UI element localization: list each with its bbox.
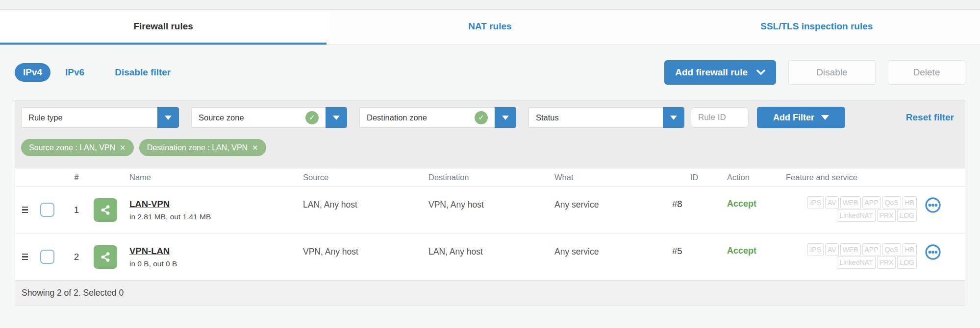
triangle-down-icon [502,116,509,120]
header-source: Source [303,173,428,182]
feature-badge: IPS [807,196,824,209]
check-circle-icon: ✓ [305,111,319,124]
add-filter-label: Add Filter [773,113,814,123]
table-row: 2 VPN-LAN in 0 B, out 0 B [15,234,965,281]
status-dropdown[interactable]: Status [528,107,684,128]
filter-chip-label: Destination zone : LAN, VPN [147,143,248,152]
header-what: What [554,173,672,182]
header-destination: Destination [428,173,554,182]
ipv6-toggle[interactable]: IPv6 [65,67,84,78]
chip-close-icon[interactable]: ✕ [252,143,258,152]
feature-badge: PRX [877,209,896,222]
tab-ssl-tls-inspection-rules[interactable]: SSL/TLS inspection rules [653,10,980,45]
feature-badge: APP [862,196,881,209]
feature-badge: PRX [877,256,896,269]
feature-badge: LOG [897,256,917,269]
tab-label: Firewall rules [133,21,193,32]
rule-type-dropdown-label: Rule type [28,113,151,122]
rule-id: #8 [672,187,716,233]
rule-id-input[interactable] [691,107,749,128]
firewall-rules-table: # Name Source Destination What ID Action… [15,168,965,305]
add-filter-button[interactable]: Add Filter [757,107,845,128]
row-checkbox[interactable] [40,203,54,217]
triangle-down-icon [821,115,829,120]
row-number: 2 [59,234,94,280]
feature-badges: IPSAVWEBAPPQoSHB LinkedNATPRXLOG [806,243,917,269]
row-menu-ellipsis-icon[interactable] [925,197,941,213]
share-rule-icon[interactable] [94,245,117,269]
feature-badge: LOG [897,209,917,222]
feature-badge: AV [825,196,839,209]
tab-nat-rules[interactable]: NAT rules [327,10,653,45]
rule-traffic: in 2.81 MB, out 1.41 MB [129,212,211,221]
filter-row: Rule type Source zone ✓ Destination zone… [15,100,965,128]
feature-badge: QoS [882,243,901,256]
check-circle-icon: ✓ [475,111,488,124]
chevron-down-icon [756,70,765,75]
rule-name-link[interactable]: LAN-VPN [129,199,211,210]
tab-firewall-rules[interactable]: Firewall rules [0,10,327,45]
header-name: Name [94,173,303,182]
share-rule-icon[interactable] [94,198,117,222]
page-top-strip [0,0,980,10]
drag-handle[interactable] [22,207,28,213]
disable-button[interactable]: Disable [788,60,876,85]
status-dropdown-label: Status [536,113,656,122]
source-zone-dropdown-label: Source zone [199,113,305,122]
filter-chip-label: Source zone : LAN, VPN [29,143,115,152]
reset-filter-link[interactable]: Reset filter [906,112,954,123]
feature-badge: APP [862,243,881,256]
feature-badge: AV [825,243,839,256]
feature-badge: QoS [882,196,901,209]
filter-chip-source-zone[interactable]: Source zone : LAN, VPN ✕ [21,139,134,156]
filter-chip-destination-zone[interactable]: Destination zone : LAN, VPN ✕ [139,139,266,156]
table-footer-status: Showing 2 of 2. Selected 0 [15,281,965,305]
source-zone-dropdown[interactable]: Source zone ✓ [191,107,347,128]
rule-type-dropdown[interactable]: Rule type [21,107,179,128]
rule-destination: VPN, Any host [428,187,554,233]
dropdown-arrow-button[interactable] [157,107,179,128]
destination-zone-dropdown-label: Destination zone [367,113,475,122]
rule-what: Any service [554,234,672,280]
header-feature-and-service: Feature and service [773,173,965,182]
disable-filter-link[interactable]: Disable filter [115,67,171,78]
ipv4-toggle[interactable]: IPv4 [15,63,50,82]
triangle-down-icon [670,116,677,120]
feature-badge: IPS [807,243,824,256]
add-firewall-rule-button[interactable]: Add firewall rule [664,60,776,85]
feature-badge: HB [903,196,917,209]
page-content: IPv4 IPv6 Disable filter Add firewall ru… [0,59,980,305]
rule-id: #5 [672,234,716,280]
feature-badge: LinkedNAT [837,209,875,222]
rule-source: LAN, Any host [303,187,428,233]
chip-close-icon[interactable]: ✕ [120,143,126,152]
row-checkbox[interactable] [40,250,54,264]
rule-traffic: in 0 B, out 0 B [129,259,177,268]
delete-button[interactable]: Delete [888,60,965,85]
header-number: # [59,173,94,182]
triangle-down-icon [165,116,172,120]
destination-zone-dropdown[interactable]: Destination zone ✓ [359,107,516,128]
tab-label: SSL/TLS inspection rules [760,21,873,32]
feature-badge: WEB [840,196,861,209]
row-number: 1 [59,187,94,233]
rule-name-link[interactable]: VPN-LAN [129,246,177,257]
toolbar: IPv4 IPv6 Disable filter Add firewall ru… [15,59,965,86]
feature-badge: LinkedNAT [837,256,875,269]
dropdown-arrow-button[interactable] [326,107,347,128]
active-filter-chips: Source zone : LAN, VPN ✕ Destination zon… [15,128,965,168]
header-action: Action [716,173,773,182]
rules-panel: Rule type Source zone ✓ Destination zone… [15,100,965,305]
dropdown-arrow-button[interactable] [495,107,516,128]
add-firewall-rule-label: Add firewall rule [675,67,748,78]
rule-action: Accept [716,234,773,280]
row-menu-ellipsis-icon[interactable] [925,244,941,260]
feature-badge: WEB [840,243,861,256]
table-row: 1 LAN-VPN in 2.81 MB, out 1.41 MB [15,187,965,234]
rule-action: Accept [716,187,773,233]
drag-handle[interactable] [22,254,28,260]
tab-bar: Firewall rules NAT rules SSL/TLS inspect… [0,10,980,45]
dropdown-arrow-button[interactable] [663,107,684,128]
rule-destination: LAN, Any host [428,234,554,280]
triangle-down-icon [333,116,340,120]
